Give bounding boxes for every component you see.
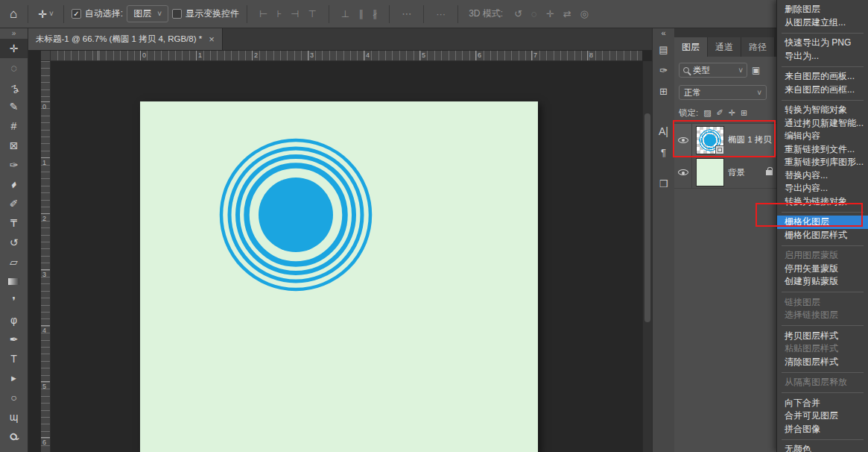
- auto-select-label: 自动选择:: [85, 7, 123, 20]
- menu-item-group-from-layers[interactable]: 从图层建立组...: [777, 16, 868, 30]
- lock-pixels-icon[interactable]: ✐: [717, 108, 723, 118]
- horizontal-ruler[interactable]: 012345678: [41, 51, 642, 61]
- lock-position-icon[interactable]: ✛: [729, 108, 735, 118]
- clone-stamp-tool[interactable]: ₸: [0, 213, 28, 233]
- menu-separator: [782, 100, 864, 101]
- pen-tool[interactable]: ✒: [0, 330, 28, 349]
- layer-thumbnail[interactable]: [697, 159, 723, 186]
- menu-item-flatten-image[interactable]: 拼合图像: [777, 423, 868, 436]
- type-tool[interactable]: T: [0, 349, 28, 368]
- paragraph-panel-icon[interactable]: ¶: [653, 142, 674, 163]
- lock-label: 锁定:: [679, 107, 698, 119]
- menu-item-clear-layer-style[interactable]: 清除图层样式: [777, 356, 868, 369]
- menu-item-delete-layer[interactable]: 删除图层: [777, 3, 868, 16]
- menu-item-copy-layer-style[interactable]: 拷贝图层样式: [777, 330, 868, 343]
- libraries-panel-icon[interactable]: ⊞: [653, 81, 674, 101]
- layer-filter-row: 类型 ˅ ▣: [674, 57, 776, 81]
- menu-item-no-color[interactable]: 无颜色: [777, 443, 868, 452]
- crop-tool[interactable]: #: [0, 116, 28, 136]
- menu-item-convert-to-smart-object[interactable]: 转换为智能对象: [777, 104, 868, 117]
- layer-name[interactable]: 背景: [728, 167, 745, 178]
- layer-row-background[interactable]: 背景: [674, 156, 776, 189]
- tab-close-icon[interactable]: ×: [209, 34, 215, 45]
- brush-settings-panel-icon[interactable]: ✑: [653, 60, 674, 81]
- menu-item-disable-vector-mask[interactable]: 停用矢量蒙版: [777, 263, 868, 276]
- menu-item-merge-down[interactable]: 向下合并: [777, 397, 868, 410]
- tab-路径[interactable]: 路径: [741, 37, 775, 57]
- auto-select-checkbox[interactable]: ✓ 自动选择:: [72, 7, 123, 20]
- 3d-panel-icon[interactable]: ❒: [653, 173, 674, 194]
- menu-item-edit-contents[interactable]: 编辑内容: [777, 130, 868, 143]
- blend-mode-dropdown[interactable]: 正常 ˅: [679, 85, 767, 100]
- current-tool-preset[interactable]: ✛ ˅: [36, 8, 56, 20]
- layer-name[interactable]: 椭圆 1 拷贝: [728, 134, 772, 145]
- scrollbar-thumb[interactable]: [644, 113, 650, 322]
- history-brush-tool[interactable]: ↺: [0, 233, 28, 252]
- align-top-edges-icon: ⊤: [303, 8, 320, 19]
- menu-item-quick-export-png[interactable]: 快速导出为 PNG: [777, 37, 868, 50]
- tab-图层[interactable]: 图层: [674, 37, 708, 57]
- gradient-tool[interactable]: [0, 271, 28, 291]
- menu-item-new-smart-object-via-copy[interactable]: 通过拷贝新建智能...: [777, 117, 868, 131]
- menu-item-create-clipping-mask[interactable]: 创建剪贴蒙版: [777, 275, 868, 289]
- show-transform-checkbox[interactable]: 显示变换控件: [172, 7, 239, 20]
- menu-item-convert-to-linked[interactable]: 转换为链接对象...: [777, 195, 868, 209]
- menu-item-artboard-from-layers[interactable]: 来自图层的画板...: [777, 70, 868, 84]
- menu-item-replace-contents[interactable]: 替换内容...: [777, 169, 868, 183]
- menu-item-export-contents[interactable]: 导出内容...: [777, 182, 868, 195]
- home-icon[interactable]: ⌂: [7, 7, 20, 22]
- brush-tool[interactable]: ✐: [0, 194, 28, 213]
- menu-item-relink-to-library-graphic[interactable]: 重新链接到库图形...: [777, 156, 868, 169]
- lock-artboard-icon[interactable]: ⊞: [741, 108, 747, 118]
- auto-select-target-dropdown[interactable]: 图层 ˅: [127, 5, 168, 22]
- visibility-toggle[interactable]: [674, 157, 692, 188]
- ruler-number: 6: [42, 439, 46, 446]
- frame-tool-icon: ⊠: [10, 139, 19, 151]
- document-tab[interactable]: 未标题-1 @ 66.7% (椭圆 1 拷贝 4, RGB/8) * ×: [28, 28, 223, 50]
- menu-item-frame-from-layers[interactable]: 来自图层的画框...: [777, 84, 868, 97]
- healing-brush-tool[interactable]: ▰: [0, 175, 28, 194]
- menu-item-relink-to-file[interactable]: 重新链接到文件...: [777, 143, 868, 157]
- zoom-tool[interactable]: Q: [0, 427, 28, 446]
- elliptical-marquee-tool[interactable]: ◌: [0, 58, 28, 78]
- history-panel-icon[interactable]: ▤: [653, 39, 674, 60]
- layer-thumbnail[interactable]: [697, 127, 723, 154]
- menu-item-rasterize-layer[interactable]: 栅格化图层: [777, 216, 868, 229]
- quick-selection-tool[interactable]: ✎: [0, 97, 28, 116]
- menu-separator: [782, 66, 864, 67]
- distribute-horizontal-icon: ∦: [368, 8, 382, 19]
- hand-tool[interactable]: ɰ: [0, 407, 28, 427]
- path-selection-tool[interactable]: ►: [0, 368, 28, 388]
- dodge-tool[interactable]: φ: [0, 310, 28, 330]
- eyedropper-tool[interactable]: ✑: [0, 155, 28, 175]
- lasso-tool[interactable]: ʓ: [0, 78, 28, 97]
- menu-item-rasterize-layer-style[interactable]: 栅格化图层样式: [777, 229, 868, 242]
- layer-filter-dropdown[interactable]: 类型 ˅: [679, 63, 747, 78]
- ellipse-tool[interactable]: ○: [0, 388, 28, 407]
- filter-kind-image-icon[interactable]: ▣: [752, 65, 760, 75]
- ruler-number: 3: [42, 271, 46, 278]
- move-tool[interactable]: ✛: [0, 39, 28, 58]
- ruler-number: 0: [142, 51, 146, 59]
- menu-item-merge-visible[interactable]: 合并可见图层: [777, 409, 868, 423]
- blur-tool[interactable]: ❜: [0, 291, 28, 310]
- layer-row-ellipse-copy[interactable]: 椭圆 1 拷贝: [674, 123, 776, 156]
- character-panel-icon[interactable]: A|: [653, 121, 674, 142]
- lock-transparency-icon[interactable]: ▨: [703, 108, 711, 118]
- healing-brush-tool-icon: ▰: [8, 178, 19, 189]
- panels-collapse-icon[interactable]: «: [653, 28, 674, 39]
- canvas[interactable]: [140, 101, 538, 452]
- eraser-tool[interactable]: ▱: [0, 252, 28, 271]
- divider: [247, 5, 247, 23]
- menu-item-export-as[interactable]: 导出为...: [777, 50, 868, 63]
- path-selection-tool-icon: ►: [10, 374, 18, 383]
- vertical-scrollbar[interactable]: [642, 61, 652, 452]
- vertical-ruler[interactable]: 0123456: [41, 61, 51, 452]
- ellipse-tool-icon: ○: [10, 392, 16, 404]
- more-options-icon[interactable]: ···: [431, 8, 450, 19]
- tools-collapse-icon[interactable]: »: [0, 28, 28, 39]
- visibility-toggle[interactable]: [674, 124, 692, 156]
- document-tab-title: 未标题-1 @ 66.7% (椭圆 1 拷贝 4, RGB/8) *: [36, 34, 202, 45]
- tab-通道[interactable]: 通道: [708, 37, 741, 57]
- frame-tool[interactable]: ⊠: [0, 136, 28, 155]
